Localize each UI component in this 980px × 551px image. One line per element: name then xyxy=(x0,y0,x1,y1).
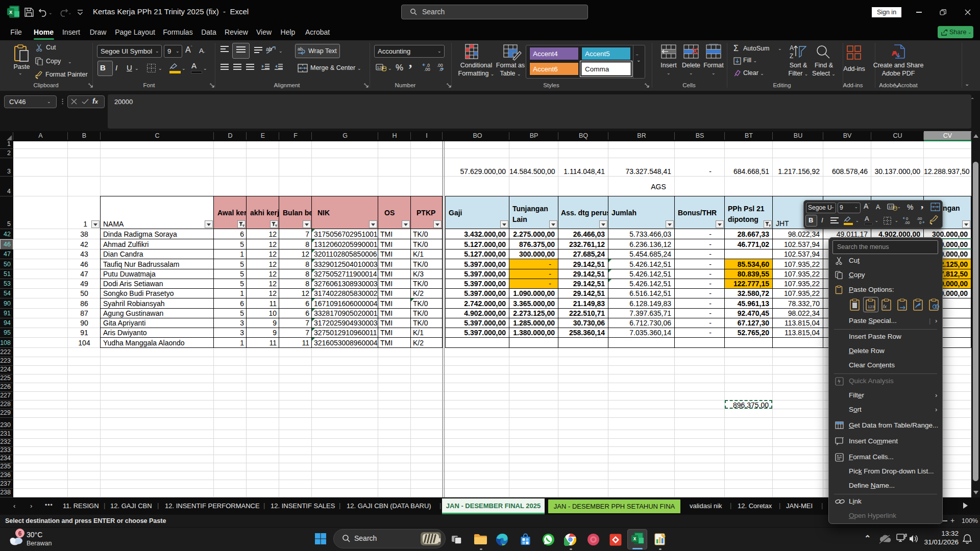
svg-text:ab: ab xyxy=(298,46,303,52)
svg-text:Z: Z xyxy=(790,53,793,60)
svg-text:ab: ab xyxy=(266,46,272,52)
svg-text:.00: .00 xyxy=(424,67,430,72)
svg-text:fx: fx xyxy=(883,304,887,309)
svg-text:A: A xyxy=(790,44,794,52)
svg-text:0: 0 xyxy=(919,220,921,224)
svg-text:123: 123 xyxy=(377,65,384,70)
svg-text:.00: .00 xyxy=(904,220,910,224)
